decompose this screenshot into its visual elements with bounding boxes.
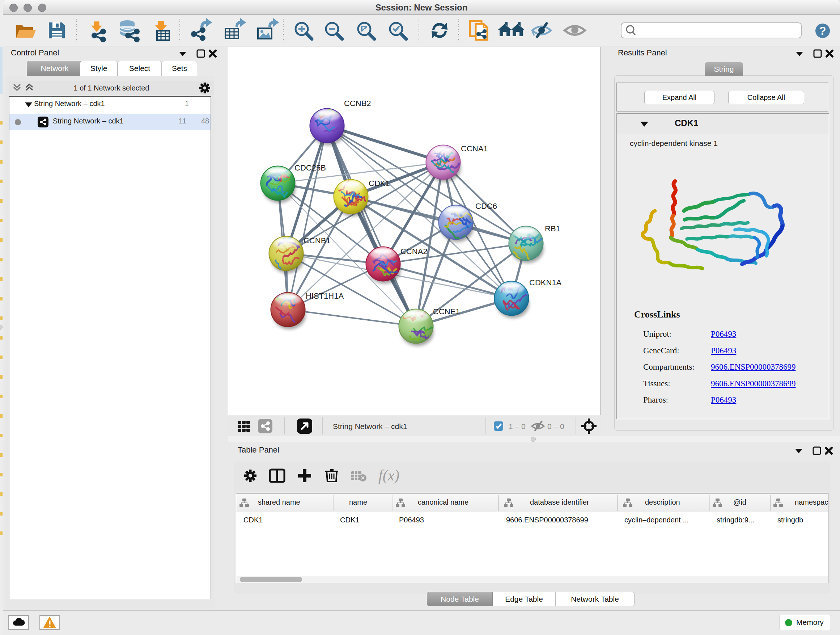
- svg-text:HIST1H1A: HIST1H1A: [306, 291, 344, 301]
- svg-text:CCNB2: CCNB2: [344, 99, 371, 108]
- svg-text:CCNE1: CCNE1: [433, 307, 460, 316]
- svg-text:CDC25B: CDC25B: [294, 163, 326, 172]
- svg-text:CDC6: CDC6: [475, 202, 497, 211]
- svg-text:f(x): f(x): [378, 467, 399, 484]
- svg-text:String Network – cdk1: String Network – cdk1: [333, 422, 407, 431]
- svg-text:RB1: RB1: [545, 224, 561, 233]
- svg-text:0 – 0: 0 – 0: [547, 422, 564, 431]
- svg-text:CDK1: CDK1: [369, 179, 390, 188]
- svg-text:CDKN1A: CDKN1A: [529, 278, 562, 287]
- svg-text:1 – 0: 1 – 0: [508, 422, 526, 431]
- svg-text:?: ?: [819, 25, 826, 37]
- svg-text:CCNB1: CCNB1: [303, 236, 331, 245]
- svg-text:CCNA1: CCNA1: [461, 144, 488, 153]
- svg-text:CCNA2: CCNA2: [401, 247, 428, 256]
